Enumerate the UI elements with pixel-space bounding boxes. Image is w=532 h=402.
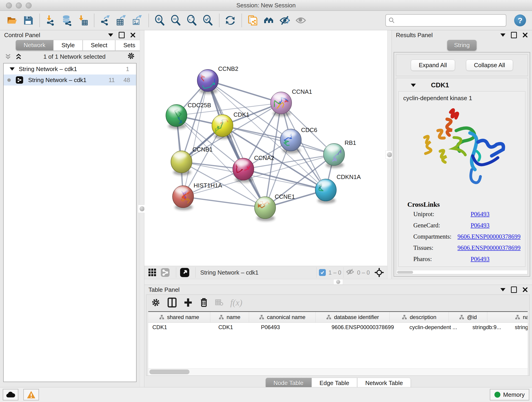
delete-column-icon[interactable] bbox=[200, 298, 208, 307]
results-panel-splitter[interactable] bbox=[387, 30, 392, 279]
grid-view-icon[interactable] bbox=[147, 267, 158, 278]
panel-menu-icon[interactable] bbox=[500, 33, 505, 37]
column-header-namespace[interactable]: namespace bbox=[487, 312, 528, 322]
collapse-all-button[interactable]: Collapse All bbox=[466, 60, 513, 71]
column-header-database-identifier[interactable]: database identifier bbox=[316, 312, 390, 322]
column-header-shared-name[interactable]: shared name bbox=[148, 312, 210, 322]
search-input[interactable] bbox=[397, 17, 503, 24]
results-horizontal-scrollbar[interactable] bbox=[397, 270, 527, 274]
float-panel-icon[interactable] bbox=[119, 32, 125, 38]
hide-selected-icon[interactable] bbox=[279, 14, 291, 27]
minimize-window-button[interactable] bbox=[16, 2, 22, 8]
export-table-icon[interactable] bbox=[115, 14, 127, 27]
close-panel-icon[interactable] bbox=[130, 32, 136, 38]
zoom-selected-icon[interactable] bbox=[202, 14, 214, 27]
close-panel-icon[interactable] bbox=[522, 287, 528, 293]
tab-string[interactable]: String bbox=[447, 40, 476, 51]
main-toolbar: ? bbox=[0, 11, 532, 30]
network-edge[interactable] bbox=[183, 80, 208, 197]
table-options-gear-icon[interactable] bbox=[151, 298, 161, 307]
crosslink-link[interactable]: 9606.ENSP00000378699 bbox=[457, 244, 520, 251]
first-neighbors-icon[interactable] bbox=[247, 14, 259, 27]
column-header--id[interactable]: @id bbox=[449, 312, 487, 322]
network-options-gear-icon[interactable] bbox=[127, 52, 135, 62]
table-cell[interactable]: CDK1 bbox=[214, 323, 257, 332]
zoom-out-icon[interactable] bbox=[170, 14, 182, 27]
close-window-button[interactable] bbox=[6, 2, 12, 8]
tab-edge-table[interactable]: Edge Table bbox=[312, 378, 357, 389]
node-table: shared namenamecanonical namedatabase id… bbox=[148, 311, 528, 375]
network-canvas[interactable]: CCNB2CCNA1CDC25BCDK1CDC6RB1CCNB1CCNA2CDK… bbox=[144, 30, 387, 266]
tab-style[interactable]: Style bbox=[53, 40, 83, 51]
table-cell[interactable]: stringdb bbox=[511, 323, 528, 332]
show-hidden-icon[interactable] bbox=[295, 14, 307, 27]
tab-network-table[interactable]: Network Table bbox=[357, 378, 411, 389]
tab-node-table[interactable]: Node Table bbox=[266, 378, 312, 389]
cloud-status-button[interactable] bbox=[3, 389, 18, 400]
table-cell[interactable]: CDK1 bbox=[148, 323, 214, 332]
maximize-window-button[interactable] bbox=[26, 2, 32, 8]
import-network-from-database-icon[interactable] bbox=[60, 14, 73, 27]
table-panel-splitter[interactable] bbox=[144, 279, 532, 285]
close-panel-icon[interactable] bbox=[522, 32, 528, 38]
crosslink-link[interactable]: P06493 bbox=[471, 222, 490, 229]
import-table-from-file-icon[interactable] bbox=[76, 14, 89, 27]
network-node-HIST1H1A[interactable]: HIST1H1A bbox=[172, 182, 222, 210]
network-node-count: 11 bbox=[109, 77, 115, 84]
column-header-name[interactable]: name bbox=[210, 312, 249, 322]
birds-eye-view-icon[interactable] bbox=[179, 267, 190, 278]
help-button[interactable]: ? bbox=[514, 14, 526, 26]
network-node-CCNB1[interactable]: CCNB1 bbox=[171, 146, 213, 175]
tab-sets[interactable]: Sets bbox=[115, 40, 143, 51]
control-panel-splitter[interactable] bbox=[140, 30, 144, 387]
zoom-fit-content-icon[interactable] bbox=[186, 14, 198, 27]
open-session-icon[interactable] bbox=[6, 14, 18, 27]
column-header-description[interactable]: description bbox=[390, 312, 449, 322]
table-cell[interactable]: P06493 bbox=[257, 323, 327, 332]
panel-menu-icon[interactable] bbox=[500, 288, 505, 291]
network-node-CDKN1A[interactable]: CDKN1A bbox=[315, 173, 361, 204]
pan-crosshair-icon[interactable] bbox=[374, 267, 385, 278]
show-all-networks-icon[interactable] bbox=[263, 14, 275, 27]
network-node-CCNE1[interactable]: CCNE1 bbox=[254, 193, 295, 221]
network-share-icon[interactable] bbox=[160, 267, 171, 278]
network-node-RB1[interactable]: RB1 bbox=[323, 139, 356, 168]
export-image-icon[interactable] bbox=[131, 14, 143, 27]
table-horizontal-scrollbar[interactable] bbox=[148, 368, 528, 375]
search-icon bbox=[389, 17, 395, 24]
float-panel-icon[interactable] bbox=[511, 287, 517, 293]
table-cell[interactable]: stringdb:9... bbox=[468, 323, 511, 332]
network-edge[interactable] bbox=[208, 80, 281, 103]
float-panel-icon[interactable] bbox=[511, 32, 517, 38]
import-network-from-file-icon[interactable] bbox=[44, 14, 57, 27]
collapse-all-tree-icon[interactable] bbox=[5, 53, 12, 60]
table-row[interactable]: CDK1CDK1P064939606.ENSP00000378699cyclin… bbox=[148, 323, 528, 332]
network-node-CCNA1[interactable]: CCNA1 bbox=[271, 88, 312, 116]
show-columns-icon[interactable] bbox=[167, 298, 177, 307]
selected-nodes-checkbox[interactable] bbox=[319, 269, 326, 276]
panel-menu-icon[interactable] bbox=[108, 33, 113, 37]
tab-select[interactable]: Select bbox=[83, 40, 115, 51]
network-edge[interactable] bbox=[183, 197, 265, 208]
table-cell[interactable]: 9606.ENSP00000378699 bbox=[327, 323, 405, 332]
crosslink-link[interactable]: 9606.ENSP00000378699 bbox=[457, 233, 520, 240]
table-cell[interactable]: cyclin-dependent ... bbox=[405, 323, 468, 332]
tab-network[interactable]: Network bbox=[16, 40, 53, 51]
save-session-icon[interactable] bbox=[22, 14, 34, 27]
gene-collapse-icon[interactable] bbox=[411, 84, 416, 87]
refresh-network-icon[interactable] bbox=[224, 14, 236, 27]
add-column-icon[interactable] bbox=[184, 298, 193, 307]
warning-status-button[interactable] bbox=[23, 389, 39, 400]
zoom-in-icon[interactable] bbox=[153, 14, 166, 27]
expand-all-button[interactable]: Expand All bbox=[411, 60, 455, 71]
collection-expand-icon[interactable] bbox=[10, 67, 15, 70]
column-header-canonical-name[interactable]: canonical name bbox=[249, 312, 316, 322]
crosslink-link[interactable]: P06493 bbox=[471, 211, 490, 218]
export-network-icon[interactable] bbox=[99, 14, 111, 27]
network-collection-row[interactable]: String Network – cdk1 1 bbox=[4, 64, 136, 75]
expand-all-tree-icon[interactable] bbox=[15, 53, 22, 60]
network-node-CDC6[interactable]: CDC6 bbox=[280, 127, 317, 153]
crosslink-link[interactable]: P06493 bbox=[471, 255, 490, 263]
memory-button[interactable]: Memory bbox=[490, 389, 529, 400]
network-row[interactable]: String Network – cdk1 11 48 bbox=[4, 75, 136, 85]
